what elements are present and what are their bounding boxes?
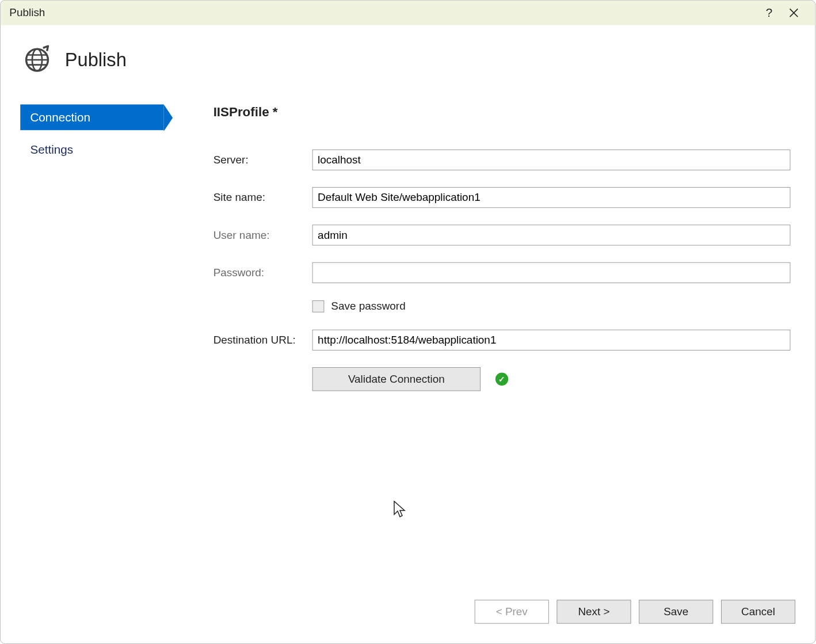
sitename-row: Site name:	[213, 187, 791, 208]
help-icon[interactable]: ?	[757, 1, 781, 25]
password-input[interactable]	[312, 262, 791, 283]
savepassword-label: Save password	[331, 300, 405, 313]
validate-connection-button[interactable]: Validate Connection	[312, 367, 481, 391]
username-label: User name:	[213, 228, 312, 241]
validation-success-icon: ✓	[495, 373, 508, 386]
cancel-button[interactable]: Cancel	[721, 600, 795, 623]
password-label: Password:	[213, 266, 312, 279]
savepassword-checkbox[interactable]	[312, 300, 325, 313]
username-row: User name:	[213, 224, 791, 245]
nav-item-label: Settings	[30, 143, 73, 157]
nav-item-settings[interactable]: Settings	[20, 137, 163, 163]
nav-item-connection[interactable]: Connection	[20, 104, 163, 130]
sitename-label: Site name:	[213, 191, 312, 204]
destinationurl-row: Destination URL:	[213, 330, 791, 350]
nav-item-label: Connection	[30, 110, 90, 124]
content-area: Publish Connection Settings IISProfile *…	[1, 25, 815, 600]
destinationurl-label: Destination URL:	[213, 334, 312, 346]
validate-row: Validate Connection ✓	[312, 367, 791, 391]
savepassword-row: Save password	[312, 300, 791, 313]
dialog-title: Publish	[65, 49, 127, 71]
form-area: IISProfile * Server: Site name: User nam…	[164, 104, 795, 585]
destinationurl-input[interactable]	[312, 330, 791, 350]
prev-button[interactable]: < Prev	[475, 600, 549, 623]
dialog-footer: < Prev Next > Save Cancel	[1, 600, 815, 643]
close-icon[interactable]	[781, 1, 806, 25]
username-input[interactable]	[312, 224, 791, 245]
server-input[interactable]	[312, 150, 791, 170]
profile-name: IISProfile *	[213, 104, 791, 120]
next-button[interactable]: Next >	[557, 600, 631, 623]
save-button[interactable]: Save	[639, 600, 713, 623]
body: Connection Settings IISProfile * Server:…	[20, 104, 795, 585]
publish-dialog: Publish ? Publish Connecti	[0, 0, 815, 644]
publish-globe-icon	[23, 45, 51, 75]
window-title: Publish	[9, 6, 757, 19]
password-row: Password:	[213, 262, 791, 283]
server-row: Server:	[213, 150, 791, 170]
dialog-header: Publish	[20, 45, 795, 75]
titlebar: Publish ?	[1, 1, 815, 25]
wizard-nav: Connection Settings	[20, 104, 163, 585]
server-label: Server:	[213, 154, 312, 166]
sitename-input[interactable]	[312, 187, 791, 208]
